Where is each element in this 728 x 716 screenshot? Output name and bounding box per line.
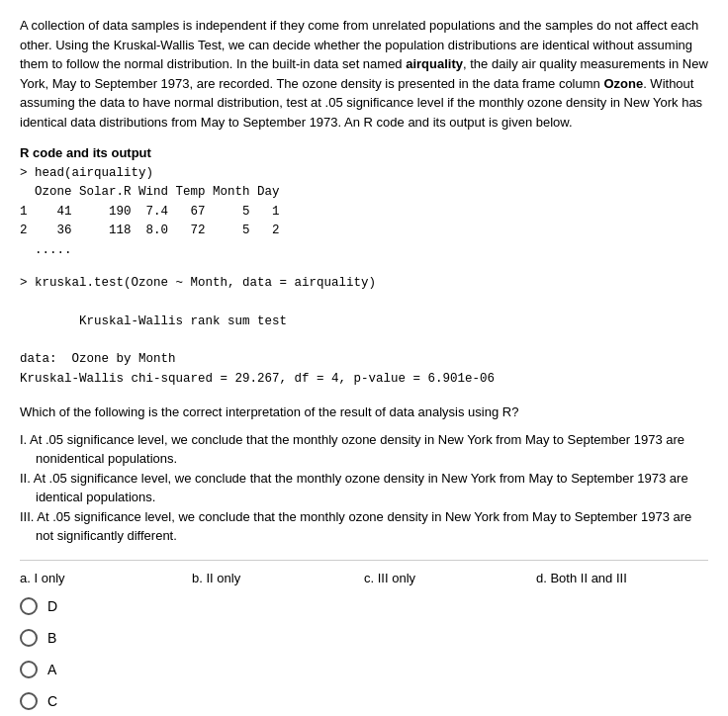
- code-block-1: > head(airquality) Ozone Solar.R Wind Te…: [20, 164, 708, 260]
- code-block-2: > kruskal.test(Ozone ~ Month, data = air…: [20, 274, 708, 389]
- radio-item-B[interactable]: B: [20, 629, 708, 647]
- radio-item-C[interactable]: C: [20, 692, 708, 710]
- answer-c: c. III only: [364, 571, 536, 585]
- radio-label-C: C: [47, 693, 57, 709]
- radio-label-D: D: [47, 598, 57, 614]
- radio-item-A[interactable]: A: [20, 661, 708, 678]
- option-III: III. At .05 significance level, we concl…: [20, 507, 708, 546]
- radio-label-A: A: [47, 662, 56, 677]
- option-I: I. At .05 significance level, we conclud…: [20, 430, 708, 469]
- answer-d: d. Both II and III: [536, 571, 708, 585]
- radio-circle-D: [20, 597, 38, 615]
- radio-label-B: B: [47, 630, 56, 646]
- answer-row: a. I only b. II only c. III only d. Both…: [20, 560, 708, 585]
- radio-circle-C: [20, 692, 38, 710]
- option-II: II. At .05 significance level, we conclu…: [20, 469, 708, 507]
- answer-b: b. II only: [192, 571, 364, 585]
- radio-circle-A: [20, 661, 38, 678]
- options-list: I. At .05 significance level, we conclud…: [20, 430, 708, 546]
- code-section-title: R code and its output: [20, 145, 708, 160]
- radio-options-container: D B A C: [20, 597, 708, 710]
- radio-circle-B: [20, 629, 38, 647]
- answer-a: a. I only: [20, 571, 192, 585]
- intro-paragraph: A collection of data samples is independ…: [20, 16, 708, 132]
- radio-item-D[interactable]: D: [20, 597, 708, 615]
- question-text: Which of the following is the correct in…: [20, 403, 708, 422]
